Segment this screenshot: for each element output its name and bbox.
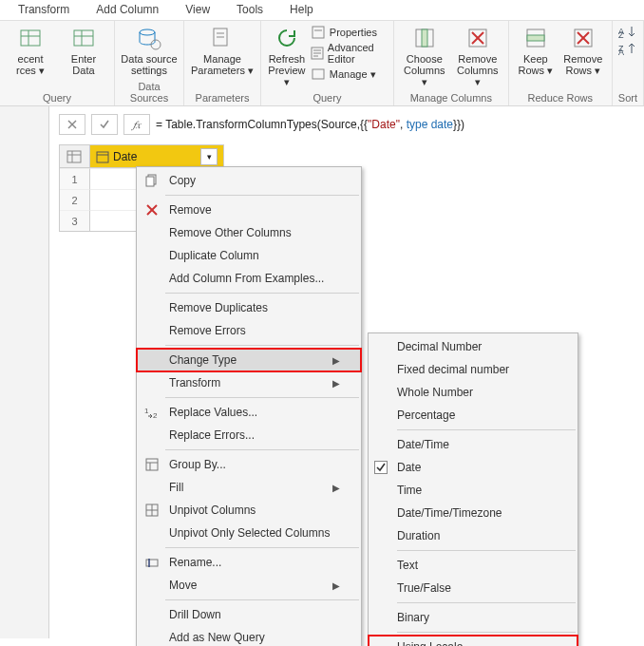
- menu-item-label: Copy: [169, 174, 340, 187]
- keep-rows-icon: [522, 25, 549, 51]
- group-icon: [142, 456, 161, 473]
- row-number[interactable]: 2: [60, 189, 90, 210]
- remove-columns-button[interactable]: RemoveColumns ▾: [453, 25, 502, 87]
- menu-item-label: Replace Errors...: [169, 428, 340, 442]
- menu-item-add-column-from-examples[interactable]: Add Column From Examples...: [137, 267, 361, 290]
- menu-separator: [165, 547, 359, 548]
- blank-icon: [142, 374, 161, 391]
- submenu-item-true-false[interactable]: True/False: [369, 577, 578, 599]
- submenu-item-percentage[interactable]: Percentage: [369, 404, 578, 427]
- menu-item-label: Drill Down: [169, 608, 340, 621]
- svg-rect-17: [313, 69, 324, 79]
- data-source-settings-button[interactable]: Data sourcesettings: [121, 25, 178, 76]
- menu-item-replace-errors[interactable]: Replace Errors...: [137, 424, 361, 446]
- submenu-arrow-icon: ▶: [332, 378, 340, 389]
- menu-item-group-by[interactable]: Group By...: [137, 453, 361, 476]
- keep-rows-button[interactable]: KeepRows ▾: [515, 25, 557, 76]
- tab-add-column[interactable]: Add Column: [83, 0, 172, 20]
- menu-separator: [397, 602, 576, 603]
- submenu-item-using-locale[interactable]: Using Locale...: [369, 636, 578, 646]
- menu-item-rename[interactable]: Rename...: [137, 551, 361, 574]
- table-icon: [66, 150, 84, 163]
- column-header-date[interactable]: Date ▾: [90, 145, 223, 168]
- menu-item-unpivot-columns[interactable]: Unpivot Columns: [137, 499, 361, 522]
- menu-item-label: Fill: [169, 481, 325, 494]
- tab-tools[interactable]: Tools: [223, 0, 276, 20]
- recent-sources-button[interactable]: ecentrces ▾: [6, 25, 55, 76]
- choose-columns-button[interactable]: ChooseColumns ▾: [400, 25, 449, 87]
- accept-button[interactable]: [91, 114, 118, 135]
- refresh-preview-button[interactable]: RefreshPreview ▾: [267, 25, 307, 87]
- label: ManageParameters ▾: [191, 53, 254, 76]
- submenu-item-label: Text: [397, 559, 418, 572]
- svg-rect-53: [375, 462, 388, 474]
- menu-separator: [397, 632, 576, 633]
- menu-item-remove-errors[interactable]: Remove Errors: [137, 319, 361, 342]
- menu-item-copy[interactable]: Copy: [137, 169, 361, 192]
- menu-item-drill-down[interactable]: Drill Down: [137, 603, 361, 626]
- menu-item-move[interactable]: Move▶: [137, 574, 361, 597]
- menu-item-remove-duplicates[interactable]: Remove Duplicates: [137, 296, 361, 319]
- properties-button[interactable]: Properties: [311, 25, 388, 40]
- unpivot-icon: [142, 502, 161, 519]
- formula-text[interactable]: = Table.TransformColumnTypes(Source,{{"D…: [156, 118, 644, 131]
- submenu-arrow-icon: ▶: [332, 355, 340, 366]
- submenu-arrow-icon: ▶: [332, 580, 340, 591]
- menu-item-label: Duplicate Column: [169, 249, 340, 262]
- tab-view[interactable]: View: [172, 0, 223, 20]
- label: ecentrces ▾: [16, 53, 45, 76]
- menu-item-remove[interactable]: Remove: [137, 199, 361, 221]
- menu-item-transform[interactable]: Transform▶: [137, 371, 361, 394]
- group-sort: AZ ZA Sort: [613, 21, 644, 105]
- submenu-item-text[interactable]: Text: [369, 554, 578, 577]
- submenu-item-label: Percentage: [397, 408, 455, 422]
- menu-separator: [165, 293, 359, 294]
- row-number[interactable]: 1: [60, 168, 90, 189]
- menu-item-replace-values[interactable]: 12Replace Values...: [137, 401, 361, 424]
- submenu-item-whole-number[interactable]: Whole Number: [369, 381, 578, 404]
- submenu-item-decimal-number[interactable]: Decimal Number: [369, 335, 578, 358]
- group-label: Reduce Rows: [515, 90, 606, 104]
- manage-parameters-button[interactable]: ManageParameters ▾: [190, 25, 255, 76]
- submenu-item-date[interactable]: Date: [369, 456, 578, 479]
- submenu-item-binary[interactable]: Binary: [369, 606, 578, 629]
- sort-desc-icon[interactable]: ZA: [618, 42, 637, 55]
- sort-asc-icon[interactable]: AZ: [618, 25, 637, 38]
- submenu-item-date-time-timezone[interactable]: Date/Time/Timezone: [369, 502, 578, 524]
- remove-rows-button[interactable]: RemoveRows ▾: [560, 25, 606, 76]
- menu-item-change-type[interactable]: Change Type▶: [137, 349, 361, 371]
- tab-help[interactable]: Help: [276, 0, 327, 20]
- blank-icon: [142, 524, 161, 542]
- group-query-2: RefreshPreview ▾ Properties Advanced Edi…: [261, 21, 394, 105]
- fx-button[interactable]: 𝑓𝑥: [123, 114, 150, 135]
- submenu-item-fixed-decimal-number[interactable]: Fixed decimal number: [369, 358, 578, 381]
- svg-point-6: [140, 29, 155, 35]
- menu-item-fill[interactable]: Fill▶: [137, 476, 361, 499]
- menu-item-remove-other-columns[interactable]: Remove Other Columns: [137, 221, 361, 244]
- svg-rect-24: [527, 35, 544, 41]
- submenu-item-time[interactable]: Time: [369, 479, 578, 502]
- tab-transform[interactable]: Transform: [5, 0, 83, 20]
- advanced-editor-button[interactable]: Advanced Editor: [311, 42, 388, 65]
- enter-data-button[interactable]: EnterData: [59, 25, 108, 76]
- menu-item-add-as-new-query[interactable]: Add as New Query: [137, 626, 361, 646]
- queries-gutter[interactable]: [0, 106, 49, 638]
- row-number[interactable]: 3: [60, 210, 90, 231]
- submenu-item-date-time[interactable]: Date/Time: [369, 433, 578, 456]
- menu-separator: [397, 550, 576, 551]
- menu-item-label: Remove Duplicates: [169, 301, 340, 314]
- cancel-button[interactable]: [59, 114, 85, 135]
- refresh-icon: [274, 25, 300, 51]
- manage-button[interactable]: Manage ▾: [311, 66, 388, 82]
- grid-corner[interactable]: [60, 145, 90, 168]
- menu-item-label: Add as New Query: [169, 631, 340, 644]
- submenu-item-label: Duration: [397, 529, 440, 542]
- group-label: Parameters: [190, 90, 255, 104]
- svg-point-7: [151, 40, 161, 49]
- menu-item-label: Unpivot Only Selected Columns: [169, 526, 340, 540]
- submenu-item-duration[interactable]: Duration: [369, 524, 578, 547]
- menu-item-duplicate-column[interactable]: Duplicate Column: [137, 244, 361, 267]
- menu-item-unpivot-only-selected-columns[interactable]: Unpivot Only Selected Columns: [137, 522, 361, 544]
- column-filter-dropdown[interactable]: ▾: [200, 148, 218, 165]
- label: ChooseColumns ▾: [400, 53, 449, 87]
